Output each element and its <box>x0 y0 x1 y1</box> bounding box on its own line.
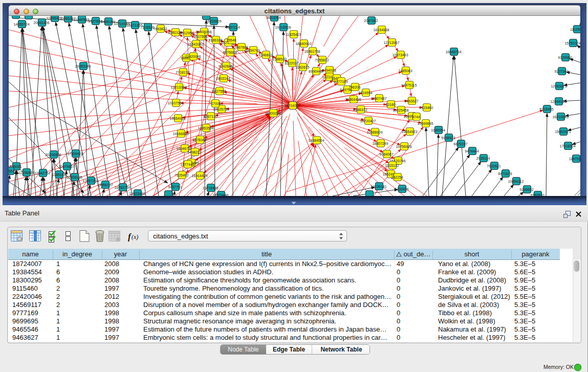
svg-text:18724007: 18724007 <box>284 104 300 107</box>
svg-text:19218506: 19218506 <box>275 26 291 29</box>
svg-text:1615132: 1615132 <box>385 164 399 167</box>
svg-text:12093873: 12093873 <box>551 84 567 88</box>
svg-text:9245652: 9245652 <box>519 188 533 191</box>
svg-text:12505135: 12505135 <box>66 176 82 179</box>
svg-text:9152610: 9152610 <box>530 193 544 196</box>
svg-text:18807249: 18807249 <box>372 142 388 145</box>
svg-text:12444153: 12444153 <box>550 100 566 103</box>
svg-text:9474444: 9474444 <box>465 149 478 153</box>
svg-text:11080589: 11080589 <box>74 18 90 21</box>
svg-text:19654935: 19654935 <box>169 117 185 120</box>
svg-text:12213369: 12213369 <box>170 85 186 89</box>
svg-text:12942757: 12942757 <box>34 171 50 175</box>
svg-text:10958107: 10958107 <box>97 183 113 187</box>
svg-text:8744: 8744 <box>412 115 420 119</box>
svg-text:7663822: 7663822 <box>153 27 167 31</box>
svg-text:11325419: 11325419 <box>286 33 301 36</box>
svg-text:8322037: 8322037 <box>285 61 298 65</box>
svg-text:19166825: 19166825 <box>172 132 188 136</box>
svg-text:7632621: 7632621 <box>487 164 500 168</box>
svg-text:8878342: 8878342 <box>192 138 206 142</box>
svg-text:10025458: 10025458 <box>393 108 408 112</box>
svg-text:1577446: 1577446 <box>180 163 194 166</box>
svg-text:10807487: 10807487 <box>371 97 386 100</box>
svg-text:10107554: 10107554 <box>167 101 183 105</box>
svg-text:16543382: 16543382 <box>187 42 203 46</box>
svg-text:7955812: 7955812 <box>315 58 329 62</box>
svg-text:9463627: 9463627 <box>404 99 418 103</box>
svg-text:1112596: 1112596 <box>570 28 580 31</box>
svg-text:252254: 252254 <box>391 176 403 179</box>
svg-text:9777169: 9777169 <box>334 80 347 83</box>
svg-text:15720407: 15720407 <box>360 119 376 123</box>
svg-text:19384554: 19384554 <box>308 139 324 142</box>
svg-text:12975115: 12975115 <box>401 83 417 87</box>
svg-text:1527602: 1527602 <box>88 19 102 23</box>
svg-text:62160: 62160 <box>385 103 396 106</box>
svg-text:1640954: 1640954 <box>431 128 445 132</box>
svg-text:8471676: 8471676 <box>498 172 512 176</box>
svg-text:10688609: 10688609 <box>366 130 382 134</box>
svg-text:18300295: 18300295 <box>265 112 280 115</box>
svg-text:12353594: 12353594 <box>198 126 213 130</box>
svg-text:7485063: 7485063 <box>398 69 412 73</box>
svg-text:8267130: 8267130 <box>203 115 217 118</box>
svg-text:9115460: 9115460 <box>420 106 433 110</box>
svg-text:8427552: 8427552 <box>212 90 226 93</box>
svg-text:17359928: 17359928 <box>67 152 83 156</box>
svg-text:19654923: 19654923 <box>401 130 417 134</box>
svg-text:16033809: 16033809 <box>205 19 221 23</box>
svg-text:10973493: 10973493 <box>392 53 408 57</box>
svg-text:16210643: 16210643 <box>552 115 568 119</box>
svg-text:14055724: 14055724 <box>13 23 29 26</box>
svg-text:22420046: 22420046 <box>185 55 201 58</box>
svg-text:8990448: 8990448 <box>309 70 322 73</box>
svg-text:20053346: 20053346 <box>75 64 91 68</box>
svg-text:16782759: 16782759 <box>114 186 130 189</box>
svg-text:1145194: 1145194 <box>52 173 66 177</box>
svg-text:6879197: 6879197 <box>453 142 467 146</box>
svg-text:1167533: 1167533 <box>569 157 580 161</box>
svg-text:15716485: 15716485 <box>202 186 218 190</box>
svg-text:16961758: 16961758 <box>304 50 320 53</box>
svg-text:8912954: 8912954 <box>180 31 193 35</box>
svg-text:15546: 15546 <box>226 38 236 42</box>
svg-text:(x): (x) <box>132 233 138 240</box>
svg-text:9527505: 9527505 <box>193 35 207 38</box>
svg-text:18640910: 18640910 <box>295 42 311 46</box>
svg-text:12823446: 12823446 <box>212 193 228 196</box>
svg-text:15751074: 15751074 <box>564 41 580 45</box>
svg-text:2087682: 2087682 <box>364 19 378 23</box>
svg-text:10975867: 10975867 <box>58 165 74 168</box>
svg-text:9227342: 9227342 <box>554 70 568 73</box>
svg-text:16154838: 16154838 <box>373 28 389 32</box>
svg-text:20691406: 20691406 <box>33 21 49 25</box>
svg-text:5938923: 5938923 <box>441 136 455 140</box>
svg-text:16914479: 16914479 <box>191 174 207 178</box>
svg-text:8813054: 8813054 <box>267 16 280 19</box>
svg-text:2935114: 2935114 <box>476 157 490 160</box>
svg-text:19105738: 19105738 <box>213 107 229 111</box>
svg-text:8875685: 8875685 <box>223 51 236 54</box>
svg-text:7625402: 7625402 <box>175 173 188 177</box>
svg-text:9329966: 9329966 <box>558 56 572 59</box>
svg-text:1362615: 1362615 <box>295 65 309 69</box>
svg-text:16046758: 16046758 <box>176 147 192 150</box>
svg-text:8215955: 8215955 <box>539 107 553 111</box>
svg-text:2803144: 2803144 <box>216 77 230 80</box>
svg-text:20206556: 20206556 <box>45 153 61 157</box>
svg-text:20364436: 20364436 <box>345 98 361 101</box>
svg-text:9242845: 9242845 <box>219 64 232 68</box>
svg-text:7515526: 7515526 <box>140 26 154 29</box>
svg-text:2718176: 2718176 <box>176 71 189 74</box>
svg-text:8454749: 8454749 <box>246 49 259 52</box>
svg-text:6466160: 6466160 <box>101 20 115 24</box>
svg-text:717006: 717006 <box>209 102 221 105</box>
svg-text:17016504: 17016504 <box>559 144 575 148</box>
svg-text:16648764: 16648764 <box>445 50 461 54</box>
svg-text:7857224: 7857224 <box>226 26 239 29</box>
svg-text:9457791: 9457791 <box>168 185 182 189</box>
svg-text:3915574: 3915574 <box>9 169 17 173</box>
svg-text:746206: 746206 <box>349 85 360 89</box>
svg-text:9084067: 9084067 <box>379 152 393 156</box>
